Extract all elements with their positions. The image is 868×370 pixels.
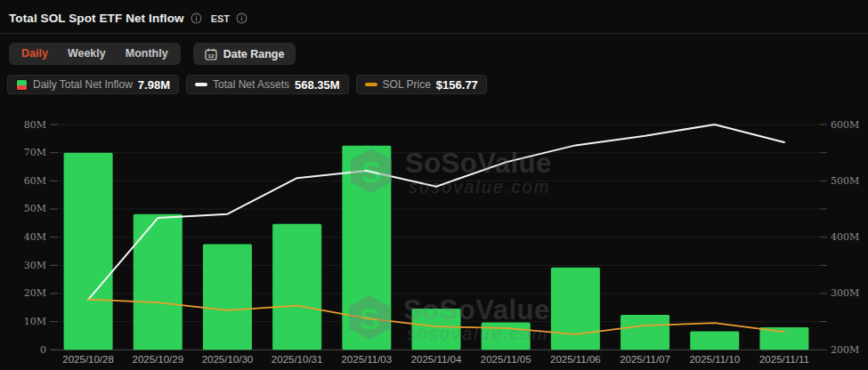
x-axis-label: 2025/11/10 (689, 354, 740, 365)
left-axis-tick-label: 0 (40, 344, 46, 356)
right-axis-tick-label: 300M (831, 287, 859, 299)
left-axis-tick-label: 30M (24, 260, 46, 271)
inflow-bar-2025-10-30 (203, 245, 252, 350)
etf-inflow-chart: 0200M10M20M300M30M40M400M50M60M500M70M80… (0, 0, 868, 370)
inflow-bar-2025-11-10 (690, 331, 739, 350)
inflow-bar-2025-11-03 (342, 146, 391, 350)
left-axis-tick-label: 80M (24, 119, 46, 131)
left-axis-tick-label: 50M (24, 203, 46, 214)
inflow-bar-2025-10-29 (134, 214, 183, 350)
left-axis-tick-label: 60M (24, 175, 46, 187)
x-axis-label: 2025/10/28 (62, 354, 114, 365)
x-axis-label: 2025/10/29 (132, 354, 183, 365)
right-axis-tick-label: 500M (831, 175, 859, 187)
x-axis-label: 2025/11/07 (620, 354, 670, 365)
right-axis-tick-label: 200M (831, 344, 859, 356)
x-axis-label: 2025/10/31 (272, 354, 323, 365)
inflow-bar-2025-11-04 (412, 309, 461, 350)
inflow-bar-2025-11-05 (482, 323, 531, 350)
x-axis-label: 2025/11/05 (481, 354, 531, 365)
chart-area: 0200M10M20M300M30M40M400M50M60M500M70M80… (0, 98, 868, 370)
total-net-assets-line (88, 125, 784, 300)
left-axis-tick-label: 20M (24, 287, 46, 299)
sol-etf-dashboard: Total SOL Spot ETF Net Inflow EST DailyW… (0, 0, 868, 370)
inflow-bar-2025-11-07 (621, 315, 669, 350)
inflow-bar-2025-10-31 (272, 224, 321, 350)
right-axis-tick-label: 400M (831, 231, 859, 243)
inflow-bar-2025-11-11 (759, 327, 808, 350)
x-axis-label: 2025/11/06 (550, 354, 601, 365)
x-axis-label: 2025/11/03 (341, 354, 392, 365)
x-axis-label: 2025/11/04 (411, 354, 462, 365)
inflow-bar-2025-11-06 (551, 268, 600, 350)
right-axis-tick-label: 600M (831, 119, 859, 131)
left-axis-tick-label: 10M (24, 316, 46, 327)
x-axis-label: 2025/10/30 (202, 354, 254, 365)
x-axis-label: 2025/11/11 (759, 354, 809, 365)
left-axis-tick-label: 40M (24, 231, 46, 243)
inflow-bar-2025-10-28 (64, 153, 113, 350)
left-axis-tick-label: 70M (24, 147, 46, 158)
